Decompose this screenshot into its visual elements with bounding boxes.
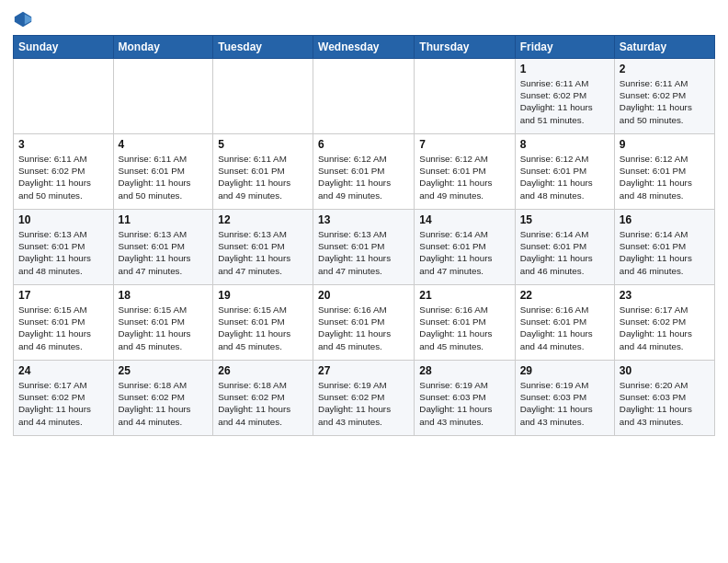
- day-info: Sunrise: 6:13 AM Sunset: 6:01 PM Dayligh…: [318, 228, 409, 277]
- day-number: 5: [218, 138, 308, 151]
- day-cell-2: 2Sunrise: 6:11 AM Sunset: 6:02 PM Daylig…: [614, 59, 714, 134]
- day-info: Sunrise: 6:12 AM Sunset: 6:01 PM Dayligh…: [520, 153, 609, 201]
- day-info: Sunrise: 6:12 AM Sunset: 6:01 PM Dayligh…: [620, 153, 710, 201]
- calendar: SundayMondayTuesdayWednesdayThursdayFrid…: [13, 35, 715, 436]
- day-cell-28: 28Sunrise: 6:19 AM Sunset: 6:03 PM Dayli…: [415, 361, 515, 436]
- day-info: Sunrise: 6:12 AM Sunset: 6:01 PM Dayligh…: [318, 153, 409, 201]
- day-number: 14: [419, 213, 509, 226]
- day-number: 4: [119, 138, 209, 151]
- day-cell-7: 7Sunrise: 6:12 AM Sunset: 6:01 PM Daylig…: [415, 134, 515, 210]
- week-row-3: 17Sunrise: 6:15 AM Sunset: 6:01 PM Dayli…: [14, 285, 715, 361]
- day-number: 16: [620, 213, 710, 226]
- day-cell-21: 21Sunrise: 6:16 AM Sunset: 6:01 PM Dayli…: [415, 285, 515, 361]
- day-cell-24: 24Sunrise: 6:17 AM Sunset: 6:02 PM Dayli…: [14, 361, 114, 436]
- day-info: Sunrise: 6:16 AM Sunset: 6:01 PM Dayligh…: [520, 304, 609, 352]
- weekday-header-friday: Friday: [515, 36, 614, 59]
- week-row-1: 3Sunrise: 6:11 AM Sunset: 6:02 PM Daylig…: [14, 134, 715, 210]
- day-info: Sunrise: 6:14 AM Sunset: 6:01 PM Dayligh…: [520, 228, 609, 277]
- weekday-header-wednesday: Wednesday: [313, 36, 415, 59]
- day-number: 9: [620, 138, 710, 151]
- day-number: 25: [119, 364, 209, 377]
- day-number: 22: [520, 289, 609, 302]
- day-cell-12: 12Sunrise: 6:13 AM Sunset: 6:01 PM Dayli…: [213, 210, 313, 285]
- day-number: 19: [218, 289, 308, 302]
- day-number: 26: [218, 364, 308, 377]
- empty-cell: [415, 59, 515, 134]
- day-number: 2: [620, 63, 710, 75]
- weekday-header-saturday: Saturday: [614, 36, 714, 59]
- day-number: 7: [419, 138, 509, 151]
- day-number: 29: [520, 364, 609, 377]
- day-info: Sunrise: 6:15 AM Sunset: 6:01 PM Dayligh…: [18, 304, 108, 352]
- day-info: Sunrise: 6:16 AM Sunset: 6:01 PM Dayligh…: [419, 304, 509, 352]
- day-info: Sunrise: 6:20 AM Sunset: 6:03 PM Dayligh…: [620, 379, 710, 428]
- logo: [13, 9, 37, 29]
- empty-cell: [213, 59, 313, 134]
- logo-icon: [13, 9, 33, 29]
- day-info: Sunrise: 6:12 AM Sunset: 6:01 PM Dayligh…: [419, 153, 509, 201]
- day-info: Sunrise: 6:11 AM Sunset: 6:01 PM Dayligh…: [119, 153, 209, 201]
- day-info: Sunrise: 6:13 AM Sunset: 6:01 PM Dayligh…: [18, 228, 108, 277]
- day-cell-26: 26Sunrise: 6:18 AM Sunset: 6:02 PM Dayli…: [213, 361, 313, 436]
- day-cell-18: 18Sunrise: 6:15 AM Sunset: 6:01 PM Dayli…: [113, 285, 213, 361]
- weekday-header-sunday: Sunday: [14, 36, 114, 59]
- weekday-header-monday: Monday: [113, 36, 213, 59]
- calendar-header: SundayMondayTuesdayWednesdayThursdayFrid…: [14, 36, 715, 59]
- week-row-4: 24Sunrise: 6:17 AM Sunset: 6:02 PM Dayli…: [14, 361, 715, 436]
- day-info: Sunrise: 6:11 AM Sunset: 6:02 PM Dayligh…: [520, 77, 609, 126]
- day-number: 23: [620, 289, 710, 302]
- day-number: 20: [318, 289, 409, 302]
- day-info: Sunrise: 6:18 AM Sunset: 6:02 PM Dayligh…: [119, 379, 209, 428]
- day-number: 6: [318, 138, 409, 151]
- week-row-2: 10Sunrise: 6:13 AM Sunset: 6:01 PM Dayli…: [14, 210, 715, 285]
- empty-cell: [313, 59, 415, 134]
- day-info: Sunrise: 6:17 AM Sunset: 6:02 PM Dayligh…: [620, 304, 710, 352]
- day-cell-22: 22Sunrise: 6:16 AM Sunset: 6:01 PM Dayli…: [515, 285, 614, 361]
- day-cell-16: 16Sunrise: 6:14 AM Sunset: 6:01 PM Dayli…: [614, 210, 714, 285]
- day-cell-13: 13Sunrise: 6:13 AM Sunset: 6:01 PM Dayli…: [313, 210, 415, 285]
- day-info: Sunrise: 6:17 AM Sunset: 6:02 PM Dayligh…: [18, 379, 108, 428]
- day-info: Sunrise: 6:19 AM Sunset: 6:02 PM Dayligh…: [318, 379, 409, 428]
- day-number: 30: [620, 364, 710, 377]
- day-info: Sunrise: 6:19 AM Sunset: 6:03 PM Dayligh…: [419, 379, 509, 428]
- week-row-0: 1Sunrise: 6:11 AM Sunset: 6:02 PM Daylig…: [14, 59, 715, 134]
- day-cell-14: 14Sunrise: 6:14 AM Sunset: 6:01 PM Dayli…: [415, 210, 515, 285]
- day-number: 8: [520, 138, 609, 151]
- day-number: 1: [520, 63, 609, 75]
- day-info: Sunrise: 6:11 AM Sunset: 6:02 PM Dayligh…: [620, 77, 710, 126]
- day-cell-19: 19Sunrise: 6:15 AM Sunset: 6:01 PM Dayli…: [213, 285, 313, 361]
- day-number: 11: [119, 213, 209, 226]
- day-info: Sunrise: 6:13 AM Sunset: 6:01 PM Dayligh…: [218, 228, 308, 277]
- day-info: Sunrise: 6:16 AM Sunset: 6:01 PM Dayligh…: [318, 304, 409, 352]
- weekday-header-tuesday: Tuesday: [213, 36, 313, 59]
- day-cell-15: 15Sunrise: 6:14 AM Sunset: 6:01 PM Dayli…: [515, 210, 614, 285]
- day-cell-20: 20Sunrise: 6:16 AM Sunset: 6:01 PM Dayli…: [313, 285, 415, 361]
- empty-cell: [113, 59, 213, 134]
- day-number: 21: [419, 289, 509, 302]
- day-cell-23: 23Sunrise: 6:17 AM Sunset: 6:02 PM Dayli…: [614, 285, 714, 361]
- empty-cell: [14, 59, 114, 134]
- day-number: 18: [119, 289, 209, 302]
- header: [13, 9, 715, 29]
- day-cell-4: 4Sunrise: 6:11 AM Sunset: 6:01 PM Daylig…: [113, 134, 213, 210]
- page: SundayMondayTuesdayWednesdayThursdayFrid…: [0, 0, 728, 445]
- day-info: Sunrise: 6:15 AM Sunset: 6:01 PM Dayligh…: [218, 304, 308, 352]
- day-number: 24: [18, 364, 108, 377]
- day-info: Sunrise: 6:14 AM Sunset: 6:01 PM Dayligh…: [620, 228, 710, 277]
- day-number: 27: [318, 364, 409, 377]
- day-info: Sunrise: 6:11 AM Sunset: 6:02 PM Dayligh…: [18, 153, 108, 201]
- weekday-row: SundayMondayTuesdayWednesdayThursdayFrid…: [14, 36, 715, 59]
- day-cell-3: 3Sunrise: 6:11 AM Sunset: 6:02 PM Daylig…: [14, 134, 114, 210]
- day-cell-8: 8Sunrise: 6:12 AM Sunset: 6:01 PM Daylig…: [515, 134, 614, 210]
- day-cell-1: 1Sunrise: 6:11 AM Sunset: 6:02 PM Daylig…: [515, 59, 614, 134]
- day-number: 12: [218, 213, 308, 226]
- day-cell-11: 11Sunrise: 6:13 AM Sunset: 6:01 PM Dayli…: [113, 210, 213, 285]
- day-cell-30: 30Sunrise: 6:20 AM Sunset: 6:03 PM Dayli…: [614, 361, 714, 436]
- day-info: Sunrise: 6:18 AM Sunset: 6:02 PM Dayligh…: [218, 379, 308, 428]
- day-info: Sunrise: 6:11 AM Sunset: 6:01 PM Dayligh…: [218, 153, 308, 201]
- day-number: 10: [18, 213, 108, 226]
- calendar-body: 1Sunrise: 6:11 AM Sunset: 6:02 PM Daylig…: [14, 59, 715, 436]
- day-number: 17: [18, 289, 108, 302]
- day-number: 15: [520, 213, 609, 226]
- day-number: 13: [318, 213, 409, 226]
